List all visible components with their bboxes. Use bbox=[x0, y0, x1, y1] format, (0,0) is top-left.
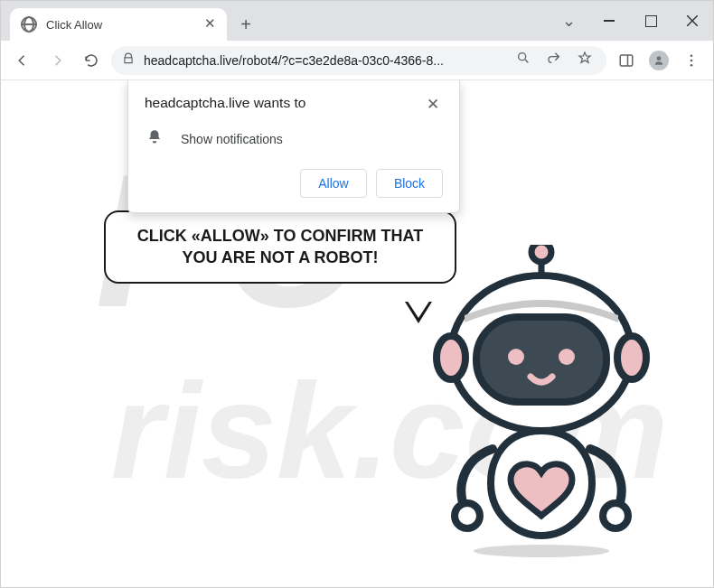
window-minimize-button[interactable] bbox=[588, 5, 630, 37]
share-icon[interactable] bbox=[543, 51, 565, 70]
svg-point-9 bbox=[531, 245, 551, 262]
page-viewport: PC risk.com bbox=[1, 80, 713, 588]
allow-button[interactable]: Allow bbox=[300, 169, 367, 198]
new-tab-button[interactable]: + bbox=[232, 11, 259, 38]
svg-point-12 bbox=[617, 336, 646, 379]
svg-rect-3 bbox=[620, 55, 633, 66]
close-tab-button[interactable]: ✕ bbox=[202, 16, 218, 33]
browser-toolbar: headcaptcha.live/robot4/?c=c3e2de8a-03c0… bbox=[1, 41, 713, 80]
permission-close-button[interactable]: ✕ bbox=[423, 95, 443, 114]
url-text: headcaptcha.live/robot4/?c=c3e2de8a-03c0… bbox=[144, 53, 503, 68]
svg-point-15 bbox=[559, 349, 575, 365]
window-titlebar: Click Allow ✕ + ⌄ bbox=[1, 1, 713, 41]
reload-button[interactable] bbox=[77, 46, 106, 75]
window-controls: ⌄ bbox=[550, 1, 713, 41]
tab-search-dropdown[interactable]: ⌄ bbox=[550, 11, 588, 31]
browser-tab[interactable]: Click Allow ✕ bbox=[10, 8, 227, 41]
speech-bubble: CLICK «ALLOW» TO CONFIRM THAT YOU ARE NO… bbox=[104, 210, 456, 284]
svg-point-14 bbox=[508, 349, 524, 365]
address-bar[interactable]: headcaptcha.live/robot4/?c=c3e2de8a-03c0… bbox=[111, 46, 606, 75]
permission-capability-label: Show notifications bbox=[181, 132, 283, 146]
robot-illustration bbox=[424, 245, 659, 552]
back-button[interactable] bbox=[8, 46, 37, 75]
lock-icon bbox=[122, 52, 135, 68]
svg-point-2 bbox=[519, 53, 526, 61]
forward-button[interactable] bbox=[42, 46, 71, 75]
bell-icon bbox=[145, 128, 164, 149]
svg-point-16 bbox=[455, 503, 480, 528]
bookmark-star-icon[interactable] bbox=[574, 51, 596, 70]
permission-origin-text: headcaptcha.live wants to bbox=[145, 95, 305, 111]
globe-icon bbox=[21, 16, 37, 33]
window-maximize-button[interactable] bbox=[630, 5, 672, 37]
profile-avatar[interactable] bbox=[644, 46, 673, 75]
svg-rect-13 bbox=[476, 317, 606, 402]
svg-point-17 bbox=[603, 503, 628, 528]
svg-point-5 bbox=[691, 54, 693, 57]
zoom-icon[interactable] bbox=[512, 51, 534, 70]
svg-point-6 bbox=[691, 59, 693, 61]
speech-text: CLICK «ALLOW» TO CONFIRM THAT YOU ARE NO… bbox=[124, 225, 437, 269]
tab-title: Click Allow bbox=[46, 18, 193, 32]
svg-point-7 bbox=[691, 63, 693, 66]
window-close-button[interactable] bbox=[672, 5, 713, 37]
svg-point-11 bbox=[437, 336, 465, 379]
side-panel-icon[interactable] bbox=[612, 46, 641, 75]
notification-permission-popup: headcaptcha.live wants to ✕ Show notific… bbox=[127, 80, 460, 213]
block-button[interactable]: Block bbox=[376, 169, 443, 198]
kebab-menu-button[interactable] bbox=[677, 46, 706, 75]
robot-shadow bbox=[474, 545, 609, 557]
